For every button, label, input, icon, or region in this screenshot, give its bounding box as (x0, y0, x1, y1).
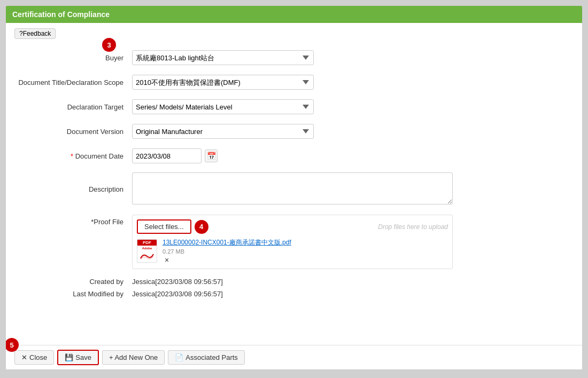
file-size: 0.27 MB (163, 248, 291, 255)
feedback-button[interactable]: ?Feedback (14, 28, 56, 39)
step4-badge: 4 (195, 220, 208, 234)
footer-bar: 5 ✕ Close 💾 Save + Add New One 📄 Associa… (6, 345, 582, 369)
select-badge-row: Select files... 4 (137, 219, 208, 234)
created-by-label: Created by (14, 278, 132, 286)
save-label: Save (75, 353, 91, 361)
proof-file-top: Select files... 4 Drop files here to upl… (137, 219, 448, 234)
file-remove-button[interactable]: × (165, 256, 291, 264)
doc-version-control: Original Manufacturer (132, 124, 479, 139)
last-modified-label: Last Modified by (14, 290, 132, 298)
add-new-button[interactable]: + Add New One (102, 350, 165, 365)
file-name[interactable]: 13LE000002-INCX001-廠商承諾書中文版.pdf (163, 238, 291, 247)
drop-text: Drop files here to upload (378, 223, 448, 231)
window-title: Certification of Compliance (12, 10, 110, 19)
doc-version-select[interactable]: Original Manufacturer (132, 124, 314, 139)
created-by-row: Created by Jessica[2023/03/08 09:56:57] (14, 278, 574, 286)
description-label: Description (14, 185, 132, 193)
associated-parts-button[interactable]: 📄 Associated Parts (168, 350, 245, 365)
doc-version-row: Document Version Original Manufacturer (14, 123, 574, 139)
close-icon: ✕ (21, 353, 27, 361)
decl-target-control: Series/ Models/ Materials Level (132, 99, 479, 114)
doc-title-select[interactable]: 2010不使用有害物質保證書(DMF) (132, 75, 314, 90)
description-control (132, 172, 479, 206)
close-button[interactable]: ✕ Close (14, 350, 54, 365)
proof-file-label: *Proof File (14, 215, 132, 226)
close-label: Close (29, 353, 47, 361)
file-info: 13LE000002-INCX001-廠商承諾書中文版.pdf 0.27 MB … (163, 238, 291, 264)
last-modified-row: Last Modified by Jessica[2023/03/08 09:5… (14, 290, 574, 298)
pdf-wave-icon (140, 251, 154, 261)
decl-target-select[interactable]: Series/ Models/ Materials Level (132, 99, 314, 114)
proof-file-area: Select files... 4 Drop files here to upl… (132, 215, 453, 269)
doc-date-label: Document Date (14, 152, 132, 160)
buyer-select[interactable]: 系統廠8013-Lab light站台 (132, 50, 314, 65)
add-new-label: + Add New One (109, 353, 158, 361)
buyer-label: Buyer (14, 54, 132, 62)
decl-target-row: Declaration Target Series/ Models/ Mater… (14, 99, 574, 115)
save-icon: 💾 (65, 353, 73, 361)
assoc-parts-icon: 📄 (175, 353, 183, 361)
doc-date-control: 📅 (132, 148, 479, 163)
buyer-row: Buyer 系統廠8013-Lab light站台 (14, 50, 574, 66)
step3-badge: 3 (102, 38, 116, 52)
step5-badge: 5 (5, 338, 19, 352)
doc-date-row: Document Date 📅 (14, 148, 574, 164)
description-row: Description (14, 172, 574, 206)
file-entry: PDF Adobe 13LE000002-INCX001-廠商承諾書中文版.p (137, 238, 448, 264)
assoc-parts-label: Associated Parts (185, 353, 238, 361)
date-wrap: 📅 (132, 148, 479, 163)
calendar-icon[interactable]: 📅 (205, 149, 218, 162)
last-modified-value: Jessica[2023/03/08 09:56:57] (132, 290, 223, 298)
title-bar: Certification of Compliance (6, 6, 582, 23)
save-button[interactable]: 💾 Save (57, 350, 99, 365)
buyer-control: 系統廠8013-Lab light站台 (132, 50, 479, 65)
decl-target-label: Declaration Target (14, 103, 132, 111)
doc-version-label: Document Version (14, 128, 132, 136)
created-by-value: Jessica[2023/03/08 09:56:57] (132, 278, 223, 286)
doc-title-control: 2010不使用有害物質保證書(DMF) (132, 75, 479, 90)
proof-file-row: *Proof File Select files... 4 Drop files… (14, 215, 574, 269)
proof-file-area-wrap: Select files... 4 Drop files here to upl… (132, 215, 453, 269)
doc-date-input[interactable] (132, 148, 202, 163)
doc-title-label: Document Title/Declaration Scope (14, 78, 132, 86)
description-textarea[interactable] (132, 172, 453, 204)
doc-title-row: Document Title/Declaration Scope 2010不使用… (14, 74, 574, 90)
form-area: Buyer 系統廠8013-Lab light站台 Document Title… (14, 44, 574, 345)
content-area: ?Feedback 3 Buyer 系統廠8013-Lab light站台 Do… (6, 23, 582, 345)
select-files-button[interactable]: Select files... (137, 219, 191, 234)
pdf-icon: PDF Adobe (137, 239, 158, 264)
